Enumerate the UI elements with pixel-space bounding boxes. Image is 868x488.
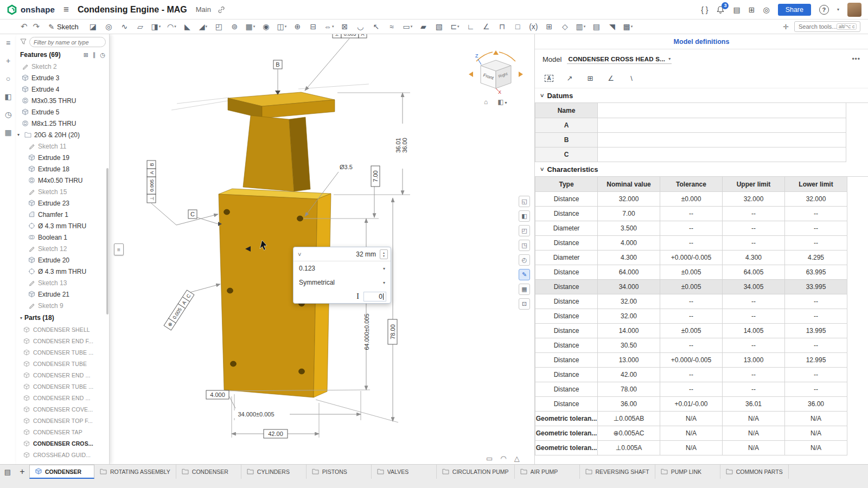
document-tab[interactable]: REVERSING SHAFT: [580, 465, 655, 479]
protractor-icon[interactable]: ◠: [500, 454, 506, 463]
tolerance-type-select[interactable]: Symmetrical ▾: [293, 275, 391, 290]
part-item[interactable]: CONDENSER TOP F...: [16, 415, 109, 426]
dim-7[interactable]: 7.00: [371, 166, 380, 187]
shaded-view-icon[interactable]: ◳: [519, 240, 530, 251]
thicken-icon[interactable]: ◨ ▾: [148, 20, 164, 33]
offset-surface-icon[interactable]: ≈: [384, 20, 400, 33]
lower-limit-cell[interactable]: 13.995: [785, 324, 847, 338]
hidden-edges-icon[interactable]: ◰: [519, 225, 530, 236]
nominal-cell[interactable]: 78.00: [598, 382, 660, 397]
chevron-down-icon[interactable]: ▾: [253, 24, 256, 29]
feature-item[interactable]: Ø 4.3 mm THRU: [16, 220, 109, 232]
feature-item[interactable]: Extrude 3: [16, 72, 109, 84]
dim-64[interactable]: 64.000±0.005: [363, 313, 370, 350]
onshape-logo[interactable]: onshape: [7, 4, 55, 15]
part-item[interactable]: CROSSHEAD GUID...: [16, 449, 109, 460]
measure-icon[interactable]: △: [514, 454, 520, 463]
search-tools-box[interactable]: alt/⌥ c: [794, 21, 860, 32]
loft-icon[interactable]: ▱: [132, 20, 148, 33]
part-item[interactable]: CONDENSER SHELL: [16, 324, 109, 335]
nominal-cell[interactable]: ⊕0.005AC: [598, 426, 660, 441]
slash-tool-icon[interactable]: \: [624, 72, 639, 85]
dim-34[interactable]: 34.000±0.005: [238, 411, 274, 418]
home-view-icon[interactable]: ⌂: [484, 98, 488, 106]
nominal-cell[interactable]: 32.00: [598, 309, 660, 324]
dim-42[interactable]: 42.00: [264, 429, 288, 438]
search-tools-input[interactable]: [799, 23, 837, 30]
nominal-cell[interactable]: ⊥0.005A: [598, 441, 660, 455]
dim-diameter[interactable]: Ø3.5: [340, 164, 353, 170]
chevron-down-icon[interactable]: ▾: [205, 24, 207, 29]
nominal-cell[interactable]: 36.00: [598, 397, 660, 412]
tab-manager-icon[interactable]: ▤: [0, 465, 15, 479]
tolerance-cell[interactable]: --: [660, 309, 723, 324]
type-cell[interactable]: Distance: [535, 207, 598, 221]
revolve-icon[interactable]: ◎: [101, 20, 117, 33]
notifications-bell-icon[interactable]: 3: [716, 5, 725, 14]
chevron-down-icon[interactable]: ▾: [411, 24, 413, 29]
precision-select[interactable]: 0.123 ▾: [293, 261, 391, 275]
document-tab[interactable]: PUMP LINK: [655, 465, 720, 479]
tolerance-cell[interactable]: N/A: [660, 426, 723, 441]
nominal-cell[interactable]: 13.000: [598, 353, 660, 368]
upper-limit-cell[interactable]: 34.005: [723, 280, 785, 294]
lower-limit-cell[interactable]: --: [785, 207, 847, 221]
nominal-cell[interactable]: 42.00: [598, 368, 660, 382]
section-view-icon[interactable]: ◱: [519, 196, 530, 207]
add-tab-button[interactable]: +: [15, 465, 29, 479]
datums-section-header[interactable]: ˅ Datums: [535, 88, 868, 102]
lower-limit-cell[interactable]: 12.995: [785, 353, 847, 368]
type-cell[interactable]: Geometric toleran...: [535, 426, 598, 441]
tag-icon[interactable]: ◇: [557, 20, 573, 33]
datum-b[interactable]: B: [273, 60, 282, 95]
feature-item[interactable]: Extrude 21: [16, 288, 109, 300]
tolerance-cell[interactable]: --: [660, 368, 723, 382]
lower-limit-cell[interactable]: --: [785, 309, 847, 324]
zoom-fit-icon[interactable]: ⊡: [519, 298, 530, 310]
derived-icon[interactable]: ⊞: [541, 20, 557, 33]
lower-limit-cell[interactable]: 36.00: [785, 397, 847, 412]
leader-tool-icon[interactable]: ↗: [562, 72, 577, 85]
type-cell[interactable]: Distance: [535, 397, 598, 412]
part-3d-model[interactable]: [219, 92, 335, 397]
upper-limit-cell[interactable]: 64.005: [723, 265, 785, 280]
lower-limit-cell[interactable]: --: [785, 368, 847, 382]
model-select[interactable]: CONDENSER CROSS HEAD S... ▾: [567, 55, 672, 64]
part-item[interactable]: CONDENSER TUBE: [16, 358, 109, 369]
insert-new-icon[interactable]: +: [6, 56, 10, 65]
datum-value-cell[interactable]: [598, 133, 846, 147]
variable-icon[interactable]: (x): [526, 20, 541, 33]
fillet-icon[interactable]: ◠ ▾: [164, 20, 180, 33]
lower-limit-cell[interactable]: 4.295: [785, 251, 847, 265]
chevron-down-icon[interactable]: ▾: [332, 24, 334, 29]
angle-tool-icon[interactable]: ∠: [603, 72, 618, 85]
tolerance-cell[interactable]: --: [660, 236, 723, 251]
tolerance-cell[interactable]: --: [660, 382, 723, 397]
tolerance-cell[interactable]: --: [660, 338, 723, 353]
tolerance-cell[interactable]: ±0.005: [660, 265, 723, 280]
feature-item[interactable]: Sketch 11: [16, 140, 109, 152]
lower-limit-cell[interactable]: --: [785, 382, 847, 397]
feature-item[interactable]: Boolean 1: [16, 232, 109, 243]
datum-c[interactable]: C: [188, 210, 222, 226]
enclose-icon[interactable]: □: [510, 20, 526, 33]
part-item[interactable]: CONDENSER TUBE ...: [16, 381, 109, 392]
wireframe-icon[interactable]: ◴: [519, 254, 530, 266]
shell-icon[interactable]: ◰: [211, 20, 227, 33]
nominal-cell[interactable]: ⊥0.005AB: [598, 412, 660, 426]
upper-limit-cell[interactable]: --: [723, 221, 785, 236]
part-item[interactable]: CONDENSER END F...: [16, 335, 109, 346]
stepper-icon[interactable]: ▴▾: [380, 249, 388, 259]
chevron-down-icon[interactable]: ▾: [159, 24, 161, 29]
chamfer-icon[interactable]: ◣: [180, 20, 195, 33]
upper-limit-cell[interactable]: --: [723, 338, 785, 353]
part-item[interactable]: CONDENSER TAP: [16, 426, 109, 438]
main-menu-icon[interactable]: ≡: [63, 4, 69, 15]
datum-name-cell[interactable]: C: [535, 147, 598, 162]
feature-item[interactable]: Extrude 19: [16, 152, 109, 163]
datum-name-cell[interactable]: B: [535, 133, 598, 147]
linear-pattern-icon[interactable]: ▦ ▾: [242, 20, 258, 33]
chevron-down-icon[interactable]: ▾: [174, 24, 176, 29]
draft-icon[interactable]: ◢ ▾: [195, 20, 211, 33]
workspace-label[interactable]: Main: [196, 5, 211, 14]
